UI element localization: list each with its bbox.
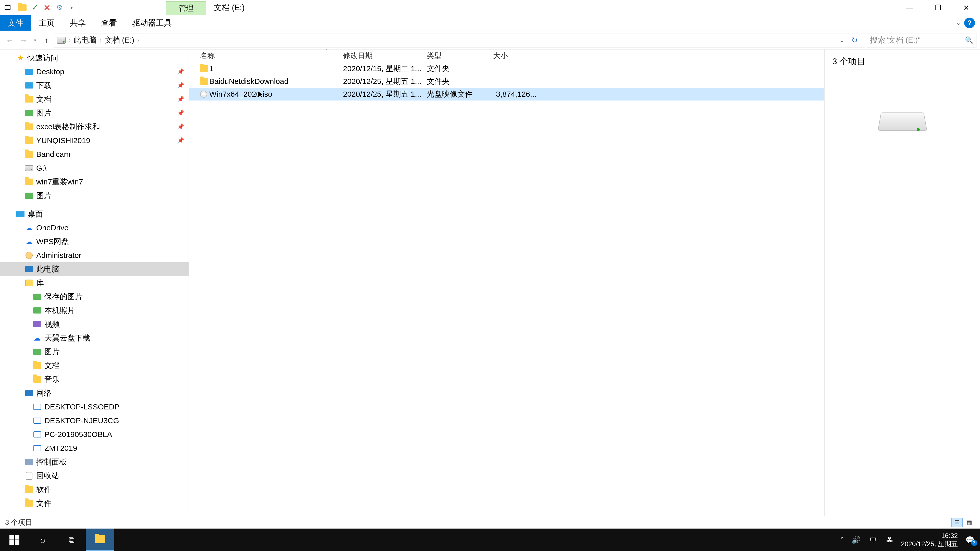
tree-label: G:\: [36, 164, 46, 172]
tree-net-pc3[interactable]: PC-20190530OBLA: [0, 427, 189, 441]
tree-label: Desktop: [36, 67, 64, 76]
column-modified[interactable]: 修改日期: [343, 51, 427, 61]
file-row[interactable]: 12020/12/15, 星期二 1...文件夹: [189, 62, 824, 75]
main-area: ★快速访问 Desktop📌 下载📌 文档📌 图片📌 excel表格制作求和📌 …: [0, 49, 980, 516]
tray-action-center[interactable]: 💬 3: [966, 536, 974, 544]
video-icon: [33, 321, 41, 327]
tree-tianyiyun[interactable]: ☁天翼云盘下载: [0, 331, 189, 345]
network-icon: [25, 390, 33, 396]
ribbon-tab-view[interactable]: 查看: [94, 15, 124, 30]
file-row[interactable]: Win7x64_2020.iso2020/12/25, 星期五 1...光盘映像…: [189, 88, 824, 100]
tree-camera-roll[interactable]: 本机照片: [0, 303, 189, 318]
close-button[interactable]: ✕: [952, 0, 980, 15]
ribbon-tab-drive-tools[interactable]: 驱动器工具: [124, 15, 180, 30]
status-bar: 3 个项目 ☰ ▦: [0, 516, 980, 529]
taskbar-task-view[interactable]: ⧉: [57, 529, 86, 551]
tree-desktop[interactable]: Desktop📌: [0, 65, 189, 79]
breadcrumb-drive[interactable]: 文档 (E:): [105, 35, 135, 45]
app-icon[interactable]: 🗔: [2, 2, 14, 14]
tree-label: 桌面: [27, 209, 43, 219]
column-type[interactable]: 类型: [427, 51, 493, 61]
nav-back-button[interactable]: ←: [3, 34, 16, 46]
pictures-icon: [33, 307, 41, 313]
nav-history-dropdown[interactable]: ▾: [31, 38, 39, 43]
ribbon-tab-share[interactable]: 共享: [62, 15, 94, 30]
file-explorer-icon: [95, 535, 105, 543]
help-button[interactable]: ?: [964, 17, 975, 28]
tray-volume[interactable]: 🔊: [852, 536, 861, 544]
taskbar-file-explorer[interactable]: [86, 529, 115, 551]
tree-libraries[interactable]: 库: [0, 276, 189, 290]
tree-label: win7重装win7: [36, 177, 83, 187]
music-icon: [33, 376, 41, 383]
view-icons-button[interactable]: ▦: [964, 518, 975, 527]
tree-network[interactable]: 网络: [0, 386, 189, 400]
qat-item-folder[interactable]: [16, 2, 29, 14]
tree-control-panel[interactable]: 控制面板: [0, 455, 189, 469]
address-history-dropdown[interactable]: ⌄: [837, 37, 847, 43]
contextual-tab-group: 管理: [82, 0, 206, 15]
cloud-icon: ☁: [24, 224, 34, 232]
file-row[interactable]: BaiduNetdiskDownload2020/12/25, 星期五 1...…: [189, 75, 824, 88]
tree-pictures2[interactable]: 图片: [0, 189, 189, 203]
tree-yunqishi[interactable]: YUNQISHI2019📌: [0, 134, 189, 148]
tree-files[interactable]: 文件: [0, 496, 189, 510]
tree-saved-pictures[interactable]: 保存的图片: [0, 290, 189, 303]
maximize-button[interactable]: ❐: [924, 0, 952, 15]
tree-bandicam[interactable]: Bandicam: [0, 148, 189, 161]
nav-forward-button[interactable]: →: [18, 34, 30, 46]
column-name[interactable]: 名称˄: [200, 51, 343, 61]
chevron-right-icon: ›: [136, 37, 140, 44]
clock-time: 16:32: [901, 532, 958, 540]
tree-g-drive[interactable]: G:\: [0, 161, 189, 175]
tree-win7[interactable]: win7重装win7: [0, 175, 189, 189]
tree-desktop-zh[interactable]: 桌面: [0, 207, 189, 221]
view-details-button[interactable]: ☰: [951, 518, 963, 527]
nav-up-button[interactable]: ↑: [40, 34, 52, 46]
tray-clock[interactable]: 16:32 2020/12/25, 星期五: [901, 532, 958, 548]
tree-label: DESKTOP-LSSOEDP: [45, 403, 120, 411]
tree-net-pc4[interactable]: ZMT2019: [0, 441, 189, 455]
start-button[interactable]: [0, 529, 29, 551]
tree-downloads[interactable]: 下载📌: [0, 79, 189, 92]
navigation-pane[interactable]: ★快速访问 Desktop📌 下载📌 文档📌 图片📌 excel表格制作求和📌 …: [0, 49, 189, 516]
tree-label: Bandicam: [36, 150, 70, 159]
pc-icon: [33, 404, 41, 410]
qat-item-close[interactable]: ✕: [41, 2, 53, 14]
breadcrumb[interactable]: › 此电脑 › 文档 (E:) › ⌄ ↻: [54, 33, 865, 48]
tree-documents2[interactable]: 文档: [0, 359, 189, 372]
tree-recycle-bin[interactable]: 回收站: [0, 469, 189, 483]
tree-net-pc1[interactable]: DESKTOP-LSSOEDP: [0, 400, 189, 414]
taskbar-search[interactable]: ⌕: [29, 529, 57, 551]
tree-videos[interactable]: 视频: [0, 318, 189, 331]
tree-documents[interactable]: 文档📌: [0, 92, 189, 106]
tray-network[interactable]: 🖧: [886, 536, 893, 544]
ribbon-tab-file[interactable]: 文件: [0, 15, 31, 30]
breadcrumb-this-pc[interactable]: 此电脑: [73, 35, 97, 45]
tree-software[interactable]: 软件: [0, 483, 189, 496]
refresh-button[interactable]: ↻: [848, 36, 861, 44]
tree-excel-templates[interactable]: excel表格制作求和📌: [0, 120, 189, 134]
minimize-button[interactable]: —: [896, 0, 924, 15]
qat-dropdown[interactable]: ▾: [65, 2, 78, 14]
contextual-tab-manage[interactable]: 管理: [166, 1, 206, 15]
tree-net-pc2[interactable]: DESKTOP-NJEU3CG: [0, 414, 189, 427]
file-rows[interactable]: 12020/12/15, 星期二 1...文件夹BaiduNetdiskDown…: [189, 62, 824, 100]
qat-item-check[interactable]: ✓: [29, 2, 41, 14]
tree-wps[interactable]: ☁WPS网盘: [0, 235, 189, 248]
search-input[interactable]: 搜索"文档 (E:)" 🔍: [867, 33, 977, 48]
qat-item-settings[interactable]: ⚙: [53, 2, 65, 14]
tree-this-pc[interactable]: 此电脑: [0, 262, 189, 276]
tray-ime[interactable]: 中: [868, 534, 878, 546]
tree-onedrive[interactable]: ☁OneDrive: [0, 221, 189, 235]
tree-administrator[interactable]: Administrator: [0, 248, 189, 262]
tray-overflow-button[interactable]: ˄: [840, 536, 844, 544]
pin-icon: 📌: [177, 96, 184, 103]
tree-music[interactable]: 音乐: [0, 372, 189, 386]
tree-quick-access[interactable]: ★快速访问: [0, 51, 189, 65]
tree-pictures[interactable]: 图片📌: [0, 106, 189, 120]
ribbon-tab-home[interactable]: 主页: [31, 15, 62, 30]
ribbon-expand-button[interactable]: ⌄: [956, 20, 961, 26]
tree-pictures3[interactable]: 图片: [0, 345, 189, 359]
column-size[interactable]: 大小: [493, 51, 539, 61]
